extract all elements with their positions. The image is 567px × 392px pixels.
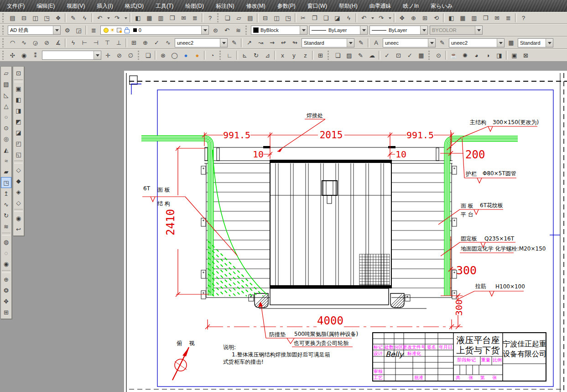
ucs-z-icon[interactable]: z xyxy=(300,50,311,60)
view-previous-icon[interactable]: ↩ xyxy=(13,224,24,235)
sheetset-manager-icon[interactable]: ❒ xyxy=(166,13,178,23)
3d-move-icon[interactable]: ✥ xyxy=(1,296,11,307)
back-view-icon[interactable]: ◱ xyxy=(13,149,24,160)
parallel-view-icon[interactable]: ▣ xyxy=(13,83,24,94)
union-icon[interactable]: ◍ xyxy=(1,236,11,247)
sheetset-manager-icon[interactable]: ❒ xyxy=(480,13,491,23)
dim-diameter-icon[interactable]: ⊘ xyxy=(41,38,52,48)
3d-orbit-icon[interactable]: ❂ xyxy=(1,285,11,296)
subtract-icon[interactable]: ◌ xyxy=(1,247,11,258)
save-icon[interactable]: ▤ xyxy=(7,13,18,23)
tool-palettes-icon[interactable]: ▥ xyxy=(468,13,480,23)
ucs-object-icon[interactable]: ⊿ xyxy=(262,50,273,60)
make-layer-current-icon[interactable]: ⊜ xyxy=(210,25,221,35)
dimstyle-combo[interactable]: uneec2 xyxy=(175,38,228,47)
chevron-down-icon[interactable] xyxy=(420,26,427,34)
properties-palette-icon[interactable]: ◧ xyxy=(446,13,457,23)
cylinder-icon[interactable]: ⊙ xyxy=(1,122,11,133)
constrained-orbit-icon[interactable]: ✛ xyxy=(102,50,114,60)
dim-jogged-icon[interactable]: ∿ xyxy=(18,38,30,48)
export-dwf-icon[interactable]: ❖ xyxy=(52,13,64,23)
named-ucs-icon[interactable]: ⊞ xyxy=(315,50,326,60)
plot-preview-icon[interactable]: ◫ xyxy=(30,13,41,23)
zoom-previous-icon[interactable]: ⟲ xyxy=(431,13,442,23)
torus-icon[interactable]: ◎ xyxy=(1,133,11,144)
dim-continue-icon[interactable]: ⊣ xyxy=(90,38,102,48)
print-icon[interactable]: ⊟ xyxy=(260,13,271,23)
dim-space-icon[interactable]: ⊤ xyxy=(102,38,113,48)
chevron-down-icon[interactable] xyxy=(347,39,354,47)
manage-visual-styles-icon[interactable]: ◔ xyxy=(207,50,218,60)
dim-break-icon[interactable]: ⊥ xyxy=(113,38,125,48)
hatch-edit-icon[interactable]: ▨ xyxy=(343,50,355,60)
edit-polyline-icon[interactable]: ✎ xyxy=(355,50,366,60)
redo-icon[interactable]: ↷ xyxy=(375,13,387,23)
my-workspace-icon[interactable]: ◲ xyxy=(73,25,84,35)
sw-isometric-icon[interactable]: ◇ xyxy=(13,164,24,175)
top-view-icon[interactable]: ◧ xyxy=(13,94,24,105)
workspace-settings-icon[interactable]: ⚙ xyxy=(62,25,73,35)
nw-isometric-icon[interactable]: ◇ xyxy=(13,197,24,208)
qnew-icon[interactable]: ❏ xyxy=(222,13,233,23)
help-icon[interactable]: ? xyxy=(518,13,529,23)
undo-dropdown-icon[interactable] xyxy=(105,13,111,23)
undo-icon[interactable]: ↶ xyxy=(358,13,369,23)
center-mark-icon[interactable]: ⊕ xyxy=(140,38,151,48)
redo-dropdown-icon[interactable] xyxy=(387,13,393,23)
mleader-icon[interactable]: ↗ xyxy=(244,38,255,48)
pyramid-icon[interactable]: ◭ xyxy=(1,144,11,155)
table-style-icon[interactable]: ▦ xyxy=(505,38,517,48)
text-style-combo[interactable]: uneec xyxy=(383,38,436,47)
mleader-remove-icon[interactable]: ⇝ xyxy=(266,38,278,48)
chevron-down-icon[interactable] xyxy=(360,26,367,34)
view-combo[interactable] xyxy=(42,51,101,60)
named-views-icon[interactable]: ⊡ xyxy=(13,68,24,78)
text-style-icon[interactable]: A xyxy=(370,38,382,48)
chevron-down-icon[interactable] xyxy=(53,26,60,34)
layer-thaw-icon[interactable] xyxy=(110,27,115,33)
dim-edit-icon[interactable]: ✎ xyxy=(229,38,240,48)
zoom-realtime-icon[interactable]: ⊕ xyxy=(408,13,419,23)
help-icon[interactable]: ? xyxy=(204,13,216,23)
layer-combo[interactable]: 0 xyxy=(100,26,209,35)
menu-view[interactable]: 视图(V) xyxy=(61,0,91,12)
open-icon[interactable]: ▱ xyxy=(233,13,244,23)
menu-insert[interactable]: 插入(I) xyxy=(91,0,119,12)
revolve-icon[interactable]: ↻ xyxy=(1,210,11,221)
redo-dropdown-icon[interactable] xyxy=(123,13,129,23)
quickcalc-icon[interactable]: ≣ xyxy=(503,13,514,23)
realistic-style-icon[interactable]: ● xyxy=(192,50,203,60)
chevron-down-icon[interactable] xyxy=(201,26,208,34)
right-view-icon[interactable]: ◪ xyxy=(13,127,24,138)
page-setup-icon[interactable]: ✎ xyxy=(68,13,79,23)
sphere-icon[interactable]: ○ xyxy=(1,111,11,122)
edit-spline-icon[interactable]: ☁ xyxy=(366,50,378,60)
mleader-style-combo[interactable]: Standard xyxy=(302,38,354,47)
se-isometric-icon[interactable]: ◆ xyxy=(13,175,24,186)
camera-icon[interactable]: ◉ xyxy=(13,213,24,224)
render-region-icon[interactable]: ☕ xyxy=(448,50,459,60)
quickcalc-icon[interactable]: ≣ xyxy=(189,13,201,23)
mleader-collect-icon[interactable]: ↬ xyxy=(289,38,301,48)
attribute-manager-icon[interactable]: ▦ xyxy=(416,50,427,60)
render-environment-icon[interactable]: ◨ xyxy=(494,50,505,60)
layer-plot-icon[interactable] xyxy=(117,28,121,32)
mleader-add-icon[interactable]: ↝ xyxy=(255,38,266,48)
sweep-icon[interactable]: ∿ xyxy=(1,199,11,210)
presspull-icon[interactable]: ↥ xyxy=(1,188,11,199)
chevron-down-icon[interactable] xyxy=(94,51,101,59)
attribute-edit-icon[interactable]: ✓ xyxy=(381,50,393,60)
color-combo[interactable]: ByBlock xyxy=(251,26,307,35)
helix-icon[interactable]: ≈ xyxy=(1,155,11,166)
polysolid-icon[interactable]: ▱ xyxy=(1,68,11,78)
materials-icon[interactable]: ◕ xyxy=(471,50,482,60)
intersect-icon[interactable]: ◉ xyxy=(1,258,11,269)
ucs-x-icon[interactable]: x xyxy=(277,50,288,60)
chevron-down-icon[interactable] xyxy=(300,26,307,34)
undo-icon[interactable]: ↶ xyxy=(94,13,105,23)
menu-express3[interactable]: 家らいみ xyxy=(425,0,459,12)
menu-help[interactable]: 帮助(H) xyxy=(333,0,364,12)
chevron-down-icon[interactable] xyxy=(220,39,227,47)
ucs-icon[interactable]: ∟ xyxy=(224,50,235,60)
mapping-icon[interactable]: ◑ xyxy=(482,50,494,60)
